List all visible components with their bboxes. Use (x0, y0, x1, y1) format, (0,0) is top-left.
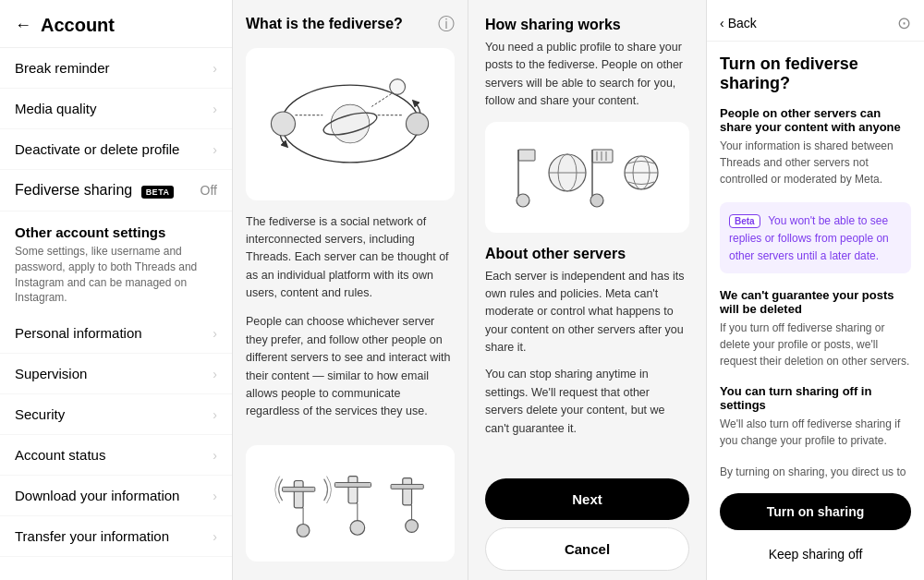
back-link[interactable]: ‹ Back (720, 16, 757, 30)
sidebar: ← Account Break reminder › Media quality… (0, 0, 233, 580)
keep-sharing-off-button[interactable]: Keep sharing off (720, 538, 911, 571)
about-servers-text-1: Each server is independent and has its o… (485, 268, 689, 357)
svg-point-2 (332, 105, 370, 143)
chevron-right-icon: › (213, 142, 217, 157)
info-block-2-text: If you turn off fediverse sharing or del… (720, 320, 911, 369)
sidebar-item-deactivate[interactable]: Deactivate or delete profile › (0, 129, 232, 170)
info-block-2: We can't guarantee your posts will be de… (720, 288, 911, 369)
fediverse-para-1: The fediverse is a social network of int… (246, 213, 455, 303)
other-account-section: Other account settings Some settings, li… (0, 211, 232, 313)
right-content-panel: How sharing works You need a public prof… (468, 0, 707, 580)
far-right-header: ‹ Back ⊙ (707, 0, 924, 42)
middle-header: What is the fediverse? ⓘ (233, 0, 468, 48)
sidebar-header: ← Account (0, 0, 232, 48)
beta-block: Beta You won't be able to see replies or… (720, 202, 911, 273)
svg-rect-7 (294, 480, 303, 507)
sidebar-item-security[interactable]: Security › (0, 394, 232, 435)
fediverse-para-2: People can choose whichever server they … (246, 313, 455, 420)
svg-point-10 (297, 524, 310, 537)
beta-badge: BETA (141, 186, 175, 199)
svg-rect-15 (403, 477, 412, 504)
sidebar-item-transfer-info[interactable]: Transfer your information › (0, 516, 232, 557)
flags-illustration (485, 122, 689, 233)
info-block-1-title: People on other servers can share your c… (720, 106, 911, 134)
sidebar-title: Account (41, 15, 115, 36)
satellite-illustration (246, 445, 455, 562)
back-button[interactable]: ← (15, 16, 31, 35)
sidebar-item-account-status[interactable]: Account status › (0, 435, 232, 476)
sidebar-item-media-quality[interactable]: Media quality › (0, 89, 232, 129)
far-right-actions: Turn on sharing Keep sharing off (707, 484, 924, 580)
svg-point-5 (406, 113, 428, 135)
middle-panel: What is the fediverse? ⓘ (233, 0, 468, 580)
chevron-right-icon: › (213, 367, 217, 381)
satellite-svg (264, 462, 436, 545)
svg-point-30 (590, 194, 603, 207)
chevron-right-icon: › (213, 448, 217, 463)
svg-point-4 (271, 112, 295, 136)
chevron-right-icon: › (213, 489, 217, 503)
beta-badge-label: Beta (729, 214, 760, 228)
fediverse-label: Fediverse sharing BETA (15, 182, 201, 199)
sidebar-item-download-info[interactable]: Download your information › (0, 476, 232, 516)
svg-rect-19 (518, 150, 535, 161)
svg-point-6 (390, 79, 406, 95)
svg-point-14 (350, 520, 365, 535)
about-servers-title: About other servers (485, 246, 689, 262)
other-account-title: Other account settings (15, 224, 217, 240)
sidebar-item-break-reminder[interactable]: Break reminder › (0, 48, 232, 89)
info-block-1-text: Your information is shared between Threa… (720, 138, 911, 187)
chevron-right-icon: › (213, 102, 217, 116)
chevron-right-icon: › (213, 326, 217, 341)
chevron-right-icon: › (213, 61, 217, 76)
svg-rect-8 (283, 487, 315, 491)
info-icon[interactable]: ⓘ (438, 13, 455, 35)
turn-on-sharing-button[interactable]: Turn on sharing (720, 493, 911, 530)
next-button[interactable]: Next (485, 478, 689, 520)
info-block-1: People on other servers can share your c… (720, 106, 911, 187)
about-servers-text-2: You can stop sharing anytime in settings… (485, 366, 689, 438)
back-label: Back (728, 16, 757, 30)
how-sharing-title: How sharing works (485, 17, 689, 33)
chevron-right-icon: › (213, 529, 217, 544)
middle-title: What is the fediverse? (246, 16, 403, 32)
how-sharing-text: You need a public profile to share your … (485, 39, 689, 111)
info-block-3-text: We'll also turn off fediverse sharing if… (720, 416, 911, 449)
info-block-3-title: You can turn sharing off in settings (720, 384, 911, 412)
cancel-button[interactable]: Cancel (485, 527, 689, 571)
chevron-right-icon: › (213, 407, 217, 422)
chevron-left-icon: ‹ (720, 16, 724, 30)
fediverse-illustration (246, 48, 455, 200)
far-right-content: Turn on fediverse sharing? People on oth… (707, 42, 924, 484)
turn-on-title: Turn on fediverse sharing? (720, 54, 911, 93)
svg-rect-16 (391, 484, 423, 489)
action-buttons: Next Cancel (468, 469, 706, 580)
svg-rect-12 (334, 482, 371, 487)
svg-rect-25 (592, 150, 613, 163)
svg-rect-11 (348, 477, 358, 503)
how-sharing-section: How sharing works You need a public prof… (468, 0, 706, 122)
sidebar-item-fediverse[interactable]: Fediverse sharing BETA Off (0, 170, 232, 211)
middle-text-section: The fediverse is a social network of int… (233, 213, 468, 445)
flags-svg (505, 140, 671, 214)
info-block-3: You can turn sharing off in settings We'… (720, 384, 911, 449)
about-servers-section: About other servers Each server is indep… (468, 246, 706, 458)
turn-on-panel: ‹ Back ⊙ Turn on fediverse sharing? Peop… (707, 0, 924, 580)
sidebar-item-personal-info[interactable]: Personal information › (0, 313, 232, 354)
orbit-svg (264, 64, 436, 184)
info-block-4-text: By turning on sharing, you direct us to … (720, 464, 911, 484)
svg-point-21 (517, 194, 529, 207)
info-block-2-title: We can't guarantee your posts will be de… (720, 288, 911, 316)
svg-point-18 (406, 519, 419, 532)
other-account-desc: Some settings, like username and passwor… (15, 244, 217, 306)
sidebar-item-supervision[interactable]: Supervision › (0, 354, 232, 394)
settings-icon[interactable]: ⊙ (897, 13, 911, 33)
